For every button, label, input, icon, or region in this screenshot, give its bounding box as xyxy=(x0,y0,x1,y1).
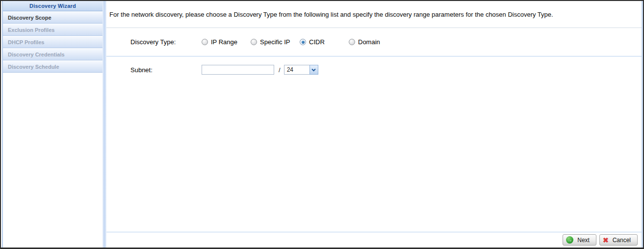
sidebar-item-discovery-schedule[interactable]: Discovery Schedule xyxy=(3,60,103,73)
sidebar-item-discovery-scope[interactable]: Discovery Scope xyxy=(3,11,103,24)
radio-option-ip-range[interactable]: IP Range xyxy=(202,38,251,46)
chevron-down-icon[interactable] xyxy=(309,65,318,75)
cidr-separator: / xyxy=(279,66,281,74)
radio-icon[interactable] xyxy=(202,39,208,45)
discovery-type-row: Discovery Type: IP Range Specific IP CID… xyxy=(106,28,642,56)
radio-label: Specific IP xyxy=(260,38,290,46)
discovery-wizard-window: Discovery Wizard Discovery Scope Exclusi… xyxy=(0,0,644,249)
discovery-type-label: Discovery Type: xyxy=(130,38,202,46)
arrow-right-icon: → xyxy=(566,236,573,244)
x-mark-icon: ✖ xyxy=(603,237,609,244)
sidebar-item-discovery-credentials[interactable]: Discovery Credentials xyxy=(3,48,103,60)
main-panel: For the network discovery, please choose… xyxy=(106,1,643,248)
sidebar-title: Discovery Wizard xyxy=(3,1,103,11)
cancel-button-label: Cancel xyxy=(613,237,631,244)
footer-toolbar: → Next ✖ Cancel xyxy=(106,232,642,248)
prefix-length-combobox[interactable]: 24 xyxy=(284,65,318,75)
radio-icon[interactable] xyxy=(300,39,306,45)
subnet-row: Subnet: / 24 xyxy=(106,65,642,75)
subnet-label: Subnet: xyxy=(130,66,202,74)
instruction-text: For the network discovery, please choose… xyxy=(106,1,642,28)
cancel-button[interactable]: ✖ Cancel xyxy=(599,234,638,246)
discovery-type-radio-group: IP Range Specific IP CIDR Domain xyxy=(202,38,380,46)
next-button[interactable]: → Next xyxy=(563,234,596,246)
radio-icon[interactable] xyxy=(251,39,257,45)
sidebar-main-divider xyxy=(103,1,106,248)
wizard-sidebar: Discovery Wizard Discovery Scope Exclusi… xyxy=(2,1,103,248)
sidebar-item-exclusion-profiles[interactable]: Exclusion Profiles xyxy=(3,24,103,36)
prefix-length-value[interactable]: 24 xyxy=(284,65,309,75)
next-button-label: Next xyxy=(577,237,590,244)
radio-option-domain[interactable]: Domain xyxy=(349,38,380,46)
radio-label: CIDR xyxy=(309,38,325,46)
subnet-input[interactable] xyxy=(202,65,274,75)
sidebar-item-dhcp-profiles[interactable]: DHCP Profiles xyxy=(3,36,103,48)
radio-label: IP Range xyxy=(211,38,237,46)
radio-option-specific-ip[interactable]: Specific IP xyxy=(251,38,300,46)
radio-label: Domain xyxy=(358,38,380,46)
form-area: Subnet: / 24 xyxy=(106,56,642,232)
radio-icon[interactable] xyxy=(349,39,355,45)
radio-option-cidr[interactable]: CIDR xyxy=(300,38,349,46)
